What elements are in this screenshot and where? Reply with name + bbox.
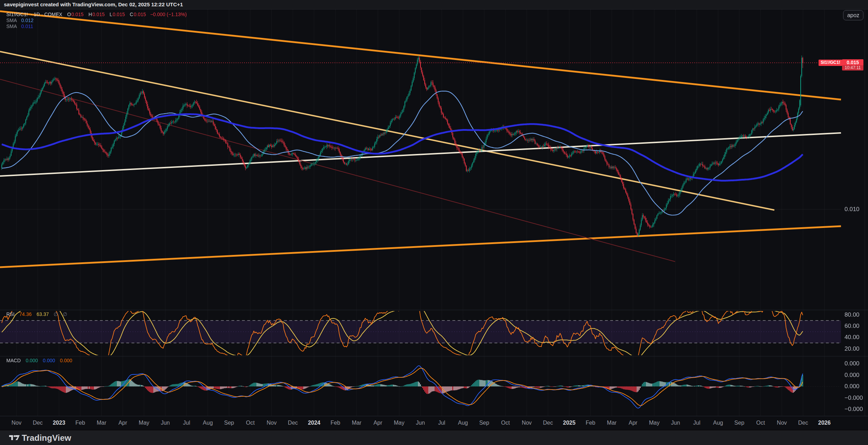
rsi-label: RSI bbox=[6, 311, 14, 317]
time-axis-month-label: Sep bbox=[479, 420, 489, 426]
time-axis-month-label: Sep bbox=[224, 420, 234, 426]
rsi-empty-set-icon: ∅ bbox=[63, 311, 67, 317]
macd-legend-row[interactable]: MACD 0.000 0.000 0.000 bbox=[6, 358, 72, 364]
time-axis-month-label: Mar bbox=[607, 420, 617, 426]
time-axis-year-label: 2023 bbox=[53, 420, 65, 426]
open-label: O bbox=[67, 12, 71, 17]
sma1-label: SMA bbox=[6, 18, 17, 23]
time-axis-month-label: Dec bbox=[288, 420, 298, 426]
time-axis-month-label: Nov bbox=[267, 420, 276, 426]
symbol-meta: · 1D · COMEX bbox=[31, 12, 62, 17]
rsi-ma-value: 63.37 bbox=[36, 311, 49, 317]
time-axis-month-label: May bbox=[394, 420, 404, 426]
sma2-value: 0.011 bbox=[21, 23, 33, 29]
time-axis-month-label: Oct bbox=[756, 420, 765, 426]
last-price-value: 0.015 bbox=[842, 59, 863, 65]
attribution-bar: savepiginvest created with TradingView.c… bbox=[0, 0, 868, 9]
time-axis-month-label: Apr bbox=[629, 420, 638, 426]
low-label: L bbox=[109, 12, 112, 17]
sma2-label: SMA bbox=[6, 23, 17, 29]
tradingview-logo-icon bbox=[8, 434, 20, 441]
time-axis-month-label: Feb bbox=[75, 420, 85, 426]
macd-axis-label: 0.000 bbox=[845, 383, 860, 390]
time-axis-month-label: Feb bbox=[331, 420, 341, 426]
user-account-button[interactable]: apoz bbox=[843, 10, 863, 20]
high-label: H bbox=[88, 12, 92, 17]
time-axis-month-label: Dec bbox=[798, 420, 808, 426]
rsi-axis-label: 20.00 bbox=[845, 346, 860, 352]
rsi-empty-set-icon: ∅ bbox=[54, 311, 58, 317]
main-chart-legend: SI1!/GC1! · 1D · COMEX O0.015 H0.015 L0.… bbox=[6, 12, 187, 29]
macd-label: MACD bbox=[6, 358, 21, 363]
time-axis-month-label: Oct bbox=[246, 420, 255, 426]
open-value: 0.015 bbox=[71, 12, 83, 17]
price-chart-canvas[interactable] bbox=[0, 9, 868, 416]
time-axis-month-label: Apr bbox=[374, 420, 382, 426]
time-axis-month-label: Jul bbox=[438, 420, 445, 426]
price-axis-label: 0.010 bbox=[845, 206, 860, 213]
macd-axis-label: −0.000 bbox=[845, 406, 863, 412]
time-axis-month-label: Apr bbox=[119, 420, 127, 426]
time-axis-month-label: Jun bbox=[416, 420, 425, 426]
time-axis-month-label: Jun bbox=[161, 420, 170, 426]
tradingview-wordmark: TradingView bbox=[22, 433, 71, 443]
time-axis-month-label: Sep bbox=[734, 420, 744, 426]
time-axis-month-label: Nov bbox=[522, 420, 532, 426]
high-value: 0.015 bbox=[92, 12, 105, 17]
symbol-name: SI1!/GC1! bbox=[6, 12, 28, 17]
time-axis-year-label: 2026 bbox=[818, 420, 831, 426]
time-axis-month-label: Oct bbox=[501, 420, 510, 426]
sma1-value: 0.012 bbox=[21, 18, 33, 23]
time-axis-month-label: Mar bbox=[97, 420, 107, 426]
macd-line-value: 0.000 bbox=[43, 358, 55, 363]
time-axis-month-label: Mar bbox=[352, 420, 362, 426]
time-axis-month-label: Jun bbox=[671, 420, 680, 426]
footer-bar: TradingView bbox=[0, 430, 868, 445]
time-scale[interactable]: NovDec2023FebMarAprMayJunJulAugSepOctNov… bbox=[0, 416, 868, 430]
sma1-legend-row[interactable]: SMA 0.012 bbox=[6, 18, 187, 23]
change-value: −0.000 (−1.13%) bbox=[150, 12, 187, 17]
symbol-legend-row[interactable]: SI1!/GC1! · 1D · COMEX O0.015 H0.015 L0.… bbox=[6, 12, 187, 18]
time-axis-year-label: 2024 bbox=[308, 420, 321, 426]
close-value: 0.015 bbox=[134, 12, 146, 17]
attribution-text: savepiginvest created with TradingView.c… bbox=[4, 1, 183, 7]
rsi-axis-label: 80.00 bbox=[845, 312, 860, 318]
rsi-value: 74.36 bbox=[19, 311, 32, 317]
symbol-price-flag: SI1!/GC1! bbox=[819, 60, 842, 66]
rsi-axis-label: 40.00 bbox=[845, 334, 860, 341]
time-axis-month-label: Aug bbox=[203, 420, 213, 426]
time-axis-month-label: May bbox=[649, 420, 659, 426]
time-axis-month-label: Nov bbox=[12, 420, 21, 426]
time-axis-month-label: Nov bbox=[777, 420, 787, 426]
bar-countdown: 10:47:11 bbox=[842, 65, 863, 70]
time-axis-month-label: Jul bbox=[693, 420, 700, 426]
time-axis-year-label: 2025 bbox=[563, 420, 576, 426]
time-axis-month-label: Feb bbox=[586, 420, 596, 426]
last-price-flag: 0.015 10:47:11 bbox=[842, 59, 863, 70]
rsi-legend-row[interactable]: RSI 74.36 63.37 ∅ ∅ bbox=[6, 311, 67, 317]
macd-axis-label: 0.000 bbox=[845, 372, 860, 378]
macd-axis-label: 0.000 bbox=[845, 360, 860, 367]
close-label: C bbox=[130, 12, 133, 17]
time-axis-month-label: May bbox=[139, 420, 149, 426]
rsi-axis-label: 60.00 bbox=[845, 323, 860, 329]
time-axis-month-label: Aug bbox=[713, 420, 723, 426]
time-axis-month-label: Aug bbox=[458, 420, 468, 426]
time-axis-month-label: Dec bbox=[543, 420, 553, 426]
sma2-legend-row[interactable]: SMA 0.011 bbox=[6, 23, 187, 29]
macd-signal-value: 0.000 bbox=[60, 358, 72, 363]
macd-hist-value: 0.000 bbox=[26, 358, 38, 363]
time-axis-month-label: Jul bbox=[183, 420, 190, 426]
low-value: 0.015 bbox=[113, 12, 125, 17]
macd-axis-label: −0.000 bbox=[845, 395, 863, 401]
time-axis-month-label: Dec bbox=[33, 420, 42, 426]
